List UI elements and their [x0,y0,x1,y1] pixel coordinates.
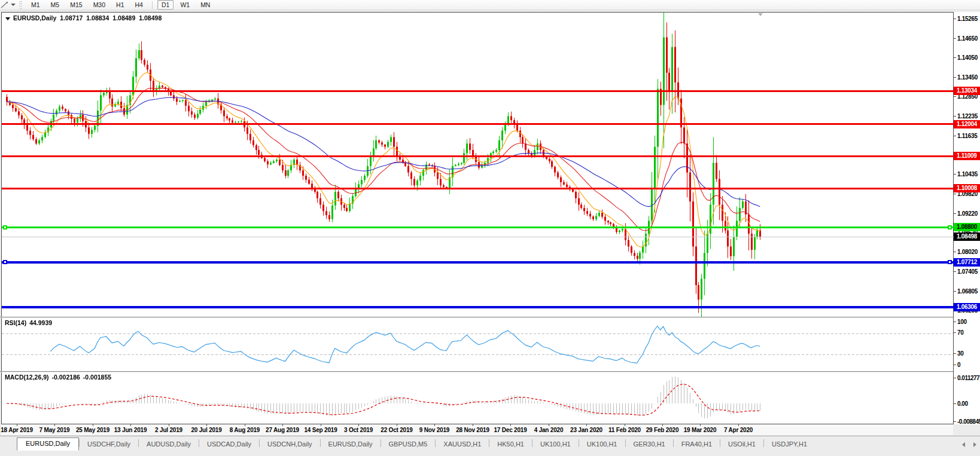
time-axis-tick [549,424,549,426]
macd-panel[interactable]: MACD(12,26,9)-0.002186-0.001855 [1,372,953,424]
macd-canvas[interactable] [2,372,953,424]
time-axis-tick [358,424,359,426]
timeframe-h1[interactable]: H1 [112,0,128,10]
rsi-label: RSI(14)44.9939 [5,319,55,326]
chart-tab-usdchf-daily[interactable]: USDCHF,Daily [80,439,138,450]
level-price-label: 1.11009 [954,152,980,160]
date-label: 22 Oct 2019 [381,427,412,433]
chart-tab-fra40-h1[interactable]: FRA40,H1 [674,439,720,450]
date-label: 25 May 2019 [76,427,109,433]
time-axis-tick [586,424,587,426]
window-menu-caret-icon[interactable] [5,17,10,20]
time-axis-tick [206,424,207,426]
date-label: 8 Aug 2019 [230,427,260,433]
horizontal-level-line[interactable] [2,306,954,308]
mt4-window: M1M5M15M30H1H4D1W1MN EURUSD,Daily1.08717… [0,0,980,456]
time-axis-tick [54,424,55,426]
level-price-label: 1.07712 [954,258,980,267]
timeframe-m1[interactable]: M1 [27,0,44,10]
time-axis-tick [169,424,169,426]
price-chart-panel[interactable]: EURUSD,Daily1.087171.088341.084891.08498 [1,12,953,317]
price-tick: 1.14650 [954,35,980,42]
rsi-name: RSI(14) [5,319,26,326]
date-label: 29 Feb 2020 [646,427,679,433]
chart-tab-ger30-h1[interactable]: GER30,H1 [626,439,673,450]
time-axis-tick [245,424,245,426]
tab-scroll-left-icon[interactable] [962,442,965,447]
level-price-label: 1.12004 [954,120,980,128]
horizontal-level-line[interactable] [2,188,954,189]
chart-tab-bar: EURUSD,DailyUSDCHF,DailyAUDUSD,DailyUSDC… [0,436,980,450]
rsi-axis-tick: 30 [954,350,980,357]
rsi-canvas[interactable] [2,318,953,371]
date-label: 11 Feb 2020 [608,427,641,433]
rsi-axis-tick: 70 [954,329,980,336]
level-price-label: 1.10008 [954,184,980,192]
date-label: 20 Jul 2019 [191,427,221,433]
chart-tab-xauusd-h1[interactable]: XAUUSD,H1 [436,439,489,450]
chart-tab-audusd-daily[interactable]: AUDUSD,Daily [139,439,199,450]
timeframe-m15[interactable]: M15 [66,0,86,10]
price-tick: 1.09220 [954,210,980,218]
timeframe-mn[interactable]: MN [196,0,214,10]
price-tick: 1.15265 [954,16,980,23]
timeframe-w1[interactable]: W1 [176,0,194,10]
date-label: 4 Jan 2020 [534,427,564,433]
chart-tab-eurusd-daily[interactable]: EURUSD,Daily [321,439,381,450]
chart-tab-usdjpy-h1[interactable]: USDJPY,H1 [764,439,815,450]
tab-scroll-right-icon[interactable] [973,442,976,447]
time-axis-tick [625,424,625,426]
timeframe-m5[interactable]: M5 [47,0,64,10]
chevron-down-icon[interactable] [11,4,16,6]
level-price-label: 1.06306 [954,303,980,311]
level-line-handle[interactable] [948,225,952,229]
chart-tab-eurusd-daily[interactable]: EURUSD,Daily [17,437,79,451]
toolbar-separator [152,1,153,9]
level-line-handle[interactable] [3,225,7,229]
time-axis[interactable]: 18 Apr 20197 May 201925 May 201913 Jun 2… [1,424,953,435]
chart-tab-usoil-h1[interactable]: USOil,H1 [720,439,763,450]
date-label: 14 Sep 2019 [304,427,337,433]
price-axis[interactable]: 1.152651.146501.140501.134501.128501.122… [954,12,980,424]
tab-scroll-nav [962,442,976,447]
macd-signal-value: -0.001855 [83,374,111,381]
timeframe-h4[interactable]: H4 [131,0,147,10]
time-axis-tick [738,424,739,426]
rsi-panel[interactable]: RSI(14)44.9939 [1,318,953,371]
horizontal-level-line[interactable] [2,261,954,264]
horizontal-level-line[interactable] [2,155,954,157]
chart-tab-hk50-h1[interactable]: HK50,H1 [489,439,532,450]
chart-tab-gbpusd-m5[interactable]: GBPUSD,M5 [381,439,436,450]
chart-tab-uk100-h1[interactable]: UK100,H1 [532,439,579,450]
toolbar-grip[interactable] [19,1,22,9]
price-tick: 1.08020 [954,249,980,256]
time-axis-tick [662,424,663,426]
price-tick: 1.10435 [954,171,980,178]
time-axis-tick [17,424,17,426]
rsi-axis-tick: 0 [954,362,980,369]
horizontal-level-line[interactable] [2,123,954,125]
horizontal-level-line[interactable] [2,90,954,92]
date-label: 9 Nov 2019 [419,427,449,433]
time-axis-tick [130,424,131,426]
candlestick-canvas[interactable] [2,13,953,317]
macd-axis-tick: -0.008845 [954,418,980,426]
timeframe-d1[interactable]: D1 [157,0,174,10]
chart-shift-marker[interactable] [758,13,763,16]
date-label: 7 Apr 2020 [724,427,753,433]
horizontal-level-line[interactable] [2,227,954,228]
toolbar: M1M5M15M30H1H4D1W1MN [0,0,980,10]
chart-tab-usdcad-daily[interactable]: USDCAD,Daily [199,439,259,450]
date-label: 3 Oct 2019 [344,427,373,433]
timeframe-m30[interactable]: M30 [89,0,109,10]
date-label: 19 Mar 2020 [684,427,717,433]
trendline-draw-icon[interactable] [1,1,9,9]
level-price-label: 1.13034 [954,87,980,95]
level-line-handle[interactable] [948,260,952,264]
chart-tab-usdcnh-daily[interactable]: USDCNH,Daily [260,439,320,450]
chart-tab-uk100-h1[interactable]: UK100,H1 [579,439,625,450]
level-line-handle[interactable] [3,260,7,264]
chart-header: EURUSD,Daily1.087171.088341.084891.08498 [5,14,165,22]
macd-axis-tick: 0.011277 [954,375,980,382]
rsi-axis-tick: 100 [954,319,980,326]
